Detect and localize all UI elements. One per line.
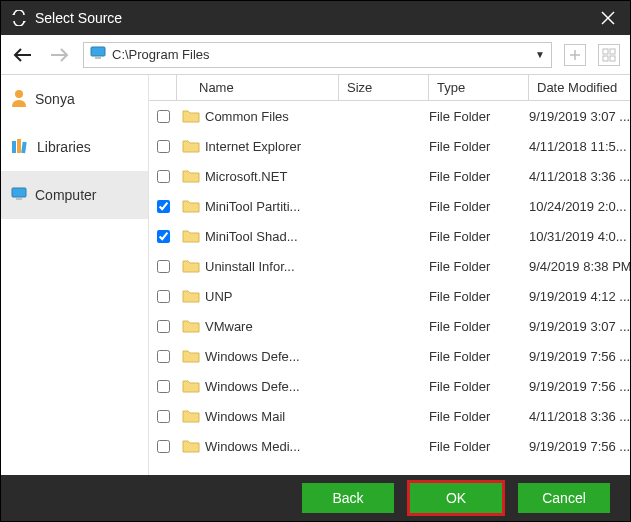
row-name: Internet Explorer — [205, 139, 339, 154]
table-row[interactable]: MiniTool Shad...File Folder10/31/2019 4:… — [149, 221, 630, 251]
row-checkbox[interactable] — [157, 380, 170, 393]
row-checkbox[interactable] — [157, 170, 170, 183]
row-type: File Folder — [429, 109, 529, 124]
sidebar-item-label: Sonya — [35, 91, 75, 107]
sidebar-item-label: Libraries — [37, 139, 91, 155]
user-icon — [11, 89, 27, 110]
libraries-icon — [11, 138, 29, 157]
svg-rect-11 — [610, 49, 615, 54]
sidebar-item-libraries[interactable]: Libraries — [1, 123, 148, 171]
row-name: Windows Defe... — [205, 349, 339, 364]
row-date: 9/19/2019 3:07 ... — [529, 319, 630, 334]
close-button[interactable] — [594, 4, 622, 32]
folder-icon — [177, 349, 205, 363]
computer-icon — [11, 187, 27, 204]
folder-icon — [177, 439, 205, 453]
folder-icon — [177, 169, 205, 183]
monitor-icon — [90, 46, 106, 63]
column-headers: Name Size Type Date Modified — [149, 75, 630, 101]
table-row[interactable]: Windows Defe...File Folder9/19/2019 7:56… — [149, 371, 630, 401]
row-name: Windows Medi... — [205, 439, 339, 454]
row-type: File Folder — [429, 349, 529, 364]
row-checkbox[interactable] — [157, 260, 170, 273]
table-row[interactable]: MiniTool Partiti...File Folder10/24/2019… — [149, 191, 630, 221]
nav-forward-button[interactable] — [47, 43, 71, 67]
toolbar: C:\Program Files ▼ — [1, 35, 630, 75]
row-date: 9/19/2019 7:56 ... — [529, 349, 630, 364]
table-row[interactable]: UNPFile Folder9/19/2019 4:12 ... — [149, 281, 630, 311]
row-checkbox[interactable] — [157, 200, 170, 213]
select-source-dialog: Select Source C:\Program Files ▼ — [0, 0, 631, 522]
svg-rect-6 — [91, 47, 105, 56]
folder-icon — [177, 289, 205, 303]
new-folder-button[interactable] — [564, 44, 586, 66]
folder-icon — [177, 229, 205, 243]
table-row[interactable]: Internet ExplorerFile Folder4/11/2018 11… — [149, 131, 630, 161]
row-type: File Folder — [429, 169, 529, 184]
row-name: UNP — [205, 289, 339, 304]
window-title: Select Source — [35, 10, 122, 26]
header-name[interactable]: Name — [177, 75, 339, 100]
row-type: File Folder — [429, 379, 529, 394]
row-name: VMware — [205, 319, 339, 334]
folder-icon — [177, 199, 205, 213]
row-checkbox[interactable] — [157, 410, 170, 423]
folder-icon — [177, 139, 205, 153]
sidebar-item-user[interactable]: Sonya — [1, 75, 148, 123]
row-checkbox[interactable] — [157, 230, 170, 243]
row-checkbox[interactable] — [157, 320, 170, 333]
sidebar: Sonya Libraries Computer — [1, 75, 149, 475]
svg-rect-15 — [12, 141, 16, 153]
table-row[interactable]: Common FilesFile Folder9/19/2019 3:07 ..… — [149, 101, 630, 131]
cancel-button[interactable]: Cancel — [518, 483, 610, 513]
row-type: File Folder — [429, 439, 529, 454]
header-date[interactable]: Date Modified — [529, 75, 630, 100]
row-name: Common Files — [205, 109, 339, 124]
row-type: File Folder — [429, 289, 529, 304]
table-row[interactable]: VMwareFile Folder9/19/2019 3:07 ... — [149, 311, 630, 341]
svg-rect-13 — [610, 56, 615, 61]
folder-icon — [177, 379, 205, 393]
row-date: 4/11/2018 3:36 ... — [529, 409, 630, 424]
row-name: MiniTool Shad... — [205, 229, 339, 244]
app-logo-icon — [11, 10, 27, 26]
row-date: 9/4/2019 8:38 PM — [529, 259, 630, 274]
table-row[interactable]: Windows Defe...File Folder9/19/2019 7:56… — [149, 341, 630, 371]
chevron-down-icon[interactable]: ▼ — [535, 49, 545, 60]
table-row[interactable]: Microsoft.NETFile Folder4/11/2018 3:36 .… — [149, 161, 630, 191]
svg-marker-1 — [24, 21, 26, 23]
row-checkbox[interactable] — [157, 290, 170, 303]
table-row[interactable]: Uninstall Infor...File Folder9/4/2019 8:… — [149, 251, 630, 281]
svg-point-14 — [15, 90, 23, 98]
sidebar-item-computer[interactable]: Computer — [1, 171, 148, 219]
table-row[interactable]: Windows Medi...File Folder9/19/2019 7:56… — [149, 431, 630, 461]
view-grid-button[interactable] — [598, 44, 620, 66]
header-size[interactable]: Size — [339, 75, 429, 100]
nav-back-button[interactable] — [11, 43, 35, 67]
sidebar-item-label: Computer — [35, 187, 96, 203]
row-date: 9/19/2019 4:12 ... — [529, 289, 630, 304]
row-checkbox[interactable] — [157, 350, 170, 363]
row-type: File Folder — [429, 229, 529, 244]
row-checkbox[interactable] — [157, 140, 170, 153]
header-type[interactable]: Type — [429, 75, 529, 100]
ok-button[interactable]: OK — [410, 483, 502, 513]
back-button[interactable]: Back — [302, 483, 394, 513]
row-checkbox[interactable] — [157, 110, 170, 123]
row-type: File Folder — [429, 259, 529, 274]
table-row[interactable]: Windows MailFile Folder4/11/2018 3:36 ..… — [149, 401, 630, 431]
row-type: File Folder — [429, 139, 529, 154]
row-name: Windows Mail — [205, 409, 339, 424]
row-date: 4/11/2018 3:36 ... — [529, 169, 630, 184]
svg-rect-12 — [603, 56, 608, 61]
row-checkbox[interactable] — [157, 440, 170, 453]
path-text: C:\Program Files — [112, 47, 210, 62]
row-date: 10/31/2019 4:0... — [529, 229, 630, 244]
folder-icon — [177, 409, 205, 423]
path-input[interactable]: C:\Program Files ▼ — [83, 42, 552, 68]
row-type: File Folder — [429, 199, 529, 214]
row-type: File Folder — [429, 319, 529, 334]
file-list[interactable]: Name Size Type Date Modified Common File… — [149, 75, 630, 475]
row-name: Microsoft.NET — [205, 169, 339, 184]
svg-rect-16 — [17, 139, 21, 153]
